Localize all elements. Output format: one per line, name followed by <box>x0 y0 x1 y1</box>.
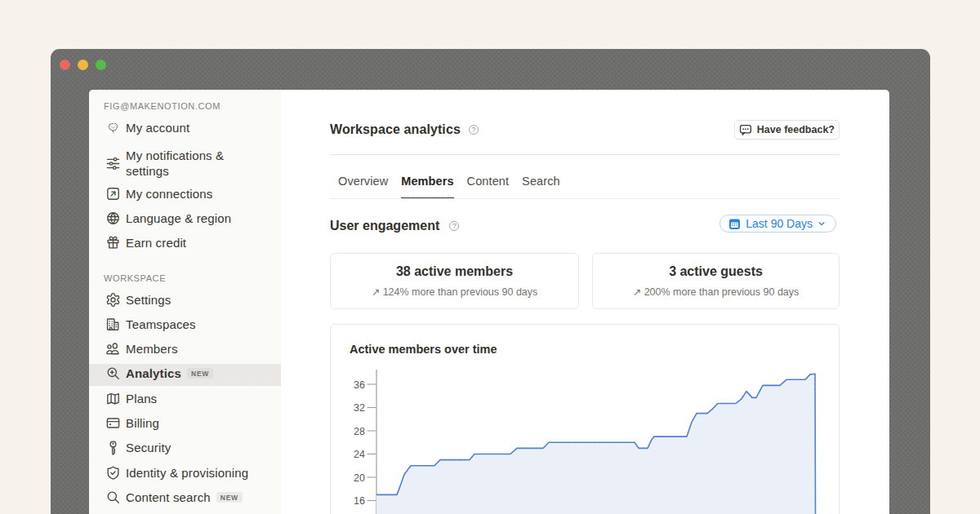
svg-text:20: 20 <box>354 472 365 484</box>
svg-text:36: 36 <box>354 379 365 391</box>
svg-text:28: 28 <box>354 426 365 437</box>
svg-text:16: 16 <box>354 495 365 507</box>
svg-text:32: 32 <box>354 402 365 414</box>
svg-text:24: 24 <box>354 449 365 460</box>
